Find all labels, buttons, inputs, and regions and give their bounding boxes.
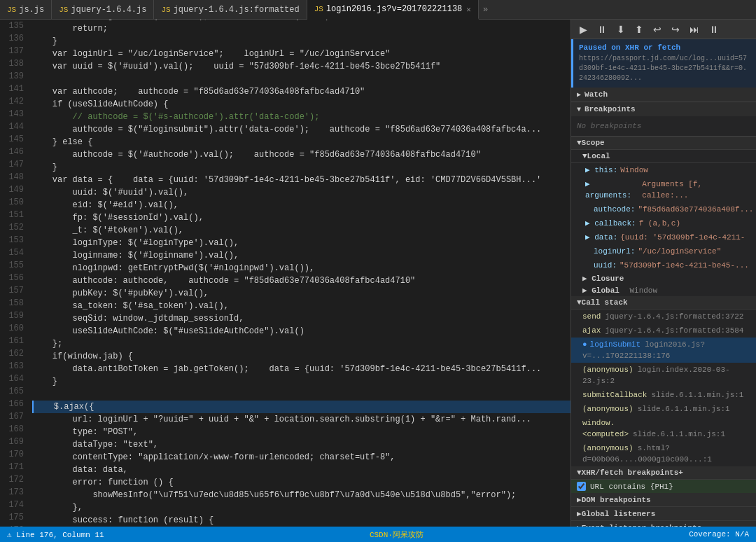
tab-login[interactable]: JS login2016.js?v=201702221138 ✕ — [307, 0, 479, 20]
close-tab-icon[interactable]: ✕ — [466, 5, 471, 14]
stop-button[interactable]: ⏸ — [706, 23, 722, 36]
code-line: } else { — [32, 136, 570, 148]
code-line: success: function (result) { — [32, 514, 570, 527]
deactivate-button[interactable]: ⏭ — [687, 23, 702, 36]
tab-overflow-button[interactable]: » — [479, 0, 492, 19]
code-line: loginname: $('#loginname').val(), — [32, 249, 570, 262]
callstack-item[interactable]: (anonymous)s.html?d=00b006....0000g10c00… — [571, 441, 756, 466]
line-number: 159 — [6, 310, 24, 322]
xhr-add-button[interactable]: + — [678, 468, 683, 477]
line-number: 165 — [6, 385, 24, 398]
code-line: $.ajax({ — [32, 401, 570, 413]
paused-notice: Paused on XHR or fetch https://passport.… — [571, 39, 756, 88]
resume-button[interactable]: ▶ — [577, 23, 590, 36]
code-line: type: "POST", — [32, 426, 570, 438]
main-area: 1351361371381391411421431441451461471481… — [0, 20, 756, 527]
callstack-arrow: ▼ — [577, 298, 582, 307]
code-line: var uuid = $('#uuid').val(); uuid = "57d… — [32, 60, 570, 73]
line-number: 149 — [6, 183, 24, 196]
local-header[interactable]: ▼ Local — [571, 150, 756, 163]
dom-label: DOM breakpoints — [582, 496, 651, 504]
line-number: 137 — [6, 45, 24, 57]
scope-item: uuid: "57d309bf-1e4c-4211-be45-... — [571, 258, 756, 272]
line-number: 170 — [6, 448, 24, 461]
line-number: 173 — [6, 486, 24, 499]
dom-arrow: ▶ — [577, 495, 582, 504]
line-number: 174 — [6, 499, 24, 511]
status-right: Coverage: N/A — [689, 530, 749, 538]
code-line: }; — [32, 338, 570, 350]
code-line — [32, 388, 570, 401]
step-into-button[interactable]: ⬆ — [632, 23, 646, 36]
callstack-item[interactable]: ●loginSubmitlogin2016.js?v=...1702221138… — [571, 338, 756, 363]
code-line: authcode: authcode, authcode = "f85d6ad6… — [32, 275, 570, 287]
callstack-item[interactable]: ajaxjquery-1.6.4.js:formatted:3584 — [571, 324, 756, 338]
scope-items: ▶ this: Window▶ arguments: Arguments [f,… — [571, 163, 756, 272]
editor-area: 1351361371381391411421431441451461471481… — [0, 20, 570, 527]
code-line: seqSid: window._jdtdmap_sessionId, — [32, 312, 570, 325]
line-number: 163 — [6, 360, 24, 373]
line-number: 144 — [6, 120, 24, 133]
callstack-header[interactable]: ▼ Call stack — [571, 296, 756, 310]
xhr-items: URL contains {PH1} — [571, 480, 756, 493]
callstack-items: sendjquery-1.6.4.js:formatted:3722ajaxjq… — [571, 310, 756, 466]
line-number: 139 — [6, 70, 24, 83]
code-line: var authcode; authcode = "f85d6ad63e7740… — [32, 85, 570, 98]
code-line: authcode = $('#authcode').val(); authcod… — [32, 148, 570, 161]
line-number: 158 — [6, 297, 24, 310]
line-number: 148 — [6, 171, 24, 183]
step-button[interactable]: ↪ — [668, 23, 682, 36]
line-number: 155 — [6, 259, 24, 272]
scope-item: loginUrl: "/uc/loginService" — [571, 244, 756, 258]
code-line: showMesInfo("\u7f51\u7edc\u8d85\u65f6\uf… — [32, 489, 570, 501]
tab-jquery-formatted[interactable]: JS jquery-1.6.4.js:formatted — [154, 0, 307, 20]
js-icon-3: JS — [161, 6, 170, 14]
xhr-checkbox[interactable] — [577, 482, 586, 491]
line-number: 160 — [6, 322, 24, 335]
global-header[interactable]: ▶ Global Window — [571, 284, 756, 296]
code-line: uuid: $('#uuid').val(), — [32, 186, 570, 199]
xhr-arrow: ▼ — [577, 468, 582, 477]
event-listeners-header[interactable]: ▶ Event listener breakpoints — [571, 521, 756, 527]
debug-toolbar: ▶ ⏸ ⬇ ⬆ ↩ ↪ ⏭ ⏸ — [571, 20, 756, 39]
step-over-button[interactable]: ⬇ — [614, 23, 628, 36]
callstack-item[interactable]: submitCallbackslide.6.1.1.min.js:1 — [571, 388, 756, 402]
scope-header[interactable]: ▼ Scope — [571, 137, 756, 150]
tab-jquery[interactable]: JS jquery-1.6.4.js — [52, 0, 154, 20]
code-line: nloginpwd: getEntryptPwd($('#nloginpwd')… — [32, 262, 570, 275]
js-icon: JS — [7, 6, 16, 14]
scope-panel[interactable]: ▼ Scope ▼ Local ▶ this: Window▶ argument… — [571, 137, 756, 527]
xhr-header[interactable]: ▼ XHR/fetch breakpoints + — [571, 466, 756, 480]
callstack-item[interactable]: (anonymous)slide.6.1.1.min.js:1 — [571, 402, 756, 416]
scope-item: ▶ arguments: Arguments [f, callee:... — [571, 177, 756, 202]
line-number: 146 — [6, 146, 24, 158]
code-line: data: data, — [32, 464, 570, 476]
line-number: 143 — [6, 108, 24, 120]
breakpoints-header[interactable]: ▼ Breakpoints — [571, 102, 756, 116]
closure-header[interactable]: ▶ Closure — [571, 272, 756, 284]
callstack-item[interactable]: (anonymous)login.index.2020-03-23.js:2 — [571, 363, 756, 388]
pause-button[interactable]: ⏸ — [594, 23, 610, 36]
code-line: data.antiBotToken = jab.getToken(); data… — [32, 363, 570, 375]
callstack-item[interactable]: window.<computed>slide.6.1.1.min.js:1 — [571, 416, 756, 441]
step-out-button[interactable]: ↩ — [650, 23, 664, 36]
watch-arrow: ▶ — [577, 90, 581, 99]
line-number: 167 — [6, 410, 24, 423]
line-number: 147 — [6, 158, 24, 171]
dom-breakpoints-header[interactable]: ▶ DOM breakpoints — [571, 493, 756, 507]
callstack-item[interactable]: sendjquery-1.6.4.js:formatted:3722 — [571, 310, 756, 324]
global-listeners-header[interactable]: ▶ Global listeners — [571, 507, 756, 521]
scope-label: Scope — [582, 139, 605, 147]
line-number: 136 — [6, 32, 24, 45]
watch-header[interactable]: ▶ Watch — [571, 88, 756, 102]
line-number: 153 — [6, 234, 24, 246]
line-number: 168 — [6, 423, 24, 436]
line-number: 154 — [6, 246, 24, 259]
xhr-breakpoint-item[interactable]: URL contains {PH1} — [571, 480, 756, 493]
code-line: if (useSlideAuthCode) { — [32, 98, 570, 111]
callstack-label: Call stack — [582, 298, 628, 307]
line-number: 157 — [6, 284, 24, 297]
code-lines[interactable]: } } }); }//锟斤拷陆锟斤拷锟斤拷function loginSubmi… — [29, 20, 570, 527]
line-number: 164 — [6, 373, 24, 385]
tab-js[interactable]: JS js.js — [0, 0, 52, 20]
